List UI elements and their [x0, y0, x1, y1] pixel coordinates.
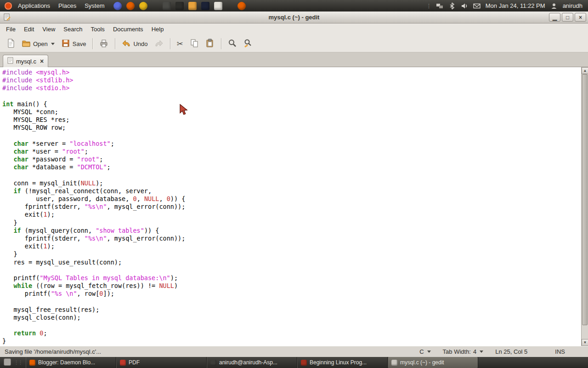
taskbar-item-label: Beginning Linux Prog... — [310, 359, 367, 366]
code-line: while ((row = mysql_fetch_row(res)) != N… — [2, 282, 581, 290]
new-document-button[interactable] — [3, 37, 18, 51]
search-icon — [228, 39, 237, 49]
search-replace-icon — [243, 39, 253, 49]
code-line — [2, 171, 581, 179]
close-button[interactable]: × — [575, 13, 586, 22]
panel-menu-places[interactable]: Places — [54, 0, 80, 12]
code-line — [2, 92, 581, 100]
code-line: mysql_close(conn); — [2, 314, 581, 322]
redo-icon — [154, 39, 164, 49]
code-line: fprintf(stderr, "%s\n", mysql_error(conn… — [2, 235, 581, 242]
screenshot-icon[interactable] — [201, 2, 209, 10]
ubuntu-logo-icon[interactable] — [5, 2, 12, 10]
window-list-grip[interactable]: ⋮⋮ — [14, 357, 22, 368]
home-folder-icon[interactable] — [188, 2, 197, 10]
code-line: printf("%s \n", row[0]); — [2, 290, 581, 298]
language-value: C — [419, 348, 424, 355]
text-editor-icon[interactable] — [214, 2, 222, 10]
menu-file[interactable]: File — [2, 23, 20, 35]
toolbar-separator — [115, 38, 115, 49]
language-combo[interactable]: C — [419, 348, 430, 355]
taskbar-item[interactable]: Blogger: Daemon Blo... — [26, 357, 116, 368]
vertical-scrollbar[interactable]: ▲ ▼ — [581, 67, 588, 346]
cursor-position: Ln 25, Col 5 — [495, 348, 527, 355]
code-line: printf("MySQL Tables in mysql database:\… — [2, 274, 581, 282]
taskbar-item[interactable]: Beginning Linux Prog... — [297, 357, 388, 368]
panel-menu-system[interactable]: System — [80, 0, 108, 12]
menu-edit[interactable]: Edit — [20, 23, 38, 35]
tab-close-icon[interactable]: × — [40, 58, 44, 65]
chevron-down-icon — [427, 351, 431, 353]
code-line — [2, 132, 581, 140]
open-button[interactable]: Open — [19, 37, 57, 51]
code-line: } — [2, 337, 581, 345]
redo-button[interactable] — [152, 37, 166, 51]
clock[interactable]: Mon Jan 24, 11:22 PM — [486, 2, 545, 9]
code-line: fprintf(stderr, "%s\n", mysql_error(conn… — [2, 203, 581, 211]
code-line: mysql_free_result(res); — [2, 306, 581, 314]
minimize-button[interactable]: ▁ — [549, 13, 560, 22]
titlebar[interactable]: mysql.c (~) - gedit ▁ □ × — [0, 12, 588, 23]
code-area[interactable]: #include <mysql.h>#include <stdlib.h>#in… — [0, 67, 581, 346]
menu-search[interactable]: Search — [59, 23, 86, 35]
menu-documents[interactable]: Documents — [109, 23, 147, 35]
code-line — [2, 298, 581, 305]
indicator-grip[interactable]: ⋮ — [426, 3, 431, 9]
paste-button[interactable] — [203, 37, 217, 51]
user-menu[interactable]: anirudh — [563, 2, 582, 9]
gimp-icon[interactable] — [113, 2, 122, 10]
replace-button[interactable] — [241, 37, 255, 51]
menu-view[interactable]: View — [38, 23, 59, 35]
menu-bar: FileEditViewSearchToolsDocumentsHelp — [0, 23, 588, 35]
open-label: Open — [33, 40, 48, 47]
terminal-launcher-icon[interactable] — [175, 2, 184, 10]
find-button[interactable] — [225, 37, 240, 51]
undo-label: Undo — [133, 40, 147, 47]
scrollbar-thumb[interactable] — [582, 74, 588, 325]
scroll-down-icon[interactable]: ▼ — [582, 339, 588, 346]
volume-icon[interactable] — [461, 2, 468, 10]
software-center-icon[interactable] — [139, 2, 147, 10]
cut-icon: ✂ — [177, 39, 183, 49]
taskbar-item-label: Blogger: Daemon Blo... — [38, 359, 95, 366]
code-line: conn = mysql_init(NULL); — [2, 179, 581, 187]
taskbar-item[interactable]: anirudh@anirudh-Asp... — [207, 357, 297, 368]
code-line: } — [2, 219, 581, 227]
tab-mysql-c[interactable]: mysql.c × — [3, 55, 48, 67]
code-line: char *server = "localhost"; — [2, 140, 581, 148]
panel-menu-applications[interactable]: Applications — [14, 0, 54, 12]
tab-width-combo[interactable]: Tab Width: 4 — [443, 348, 484, 355]
firefox-icon[interactable] — [126, 2, 135, 10]
display-icon[interactable] — [163, 2, 171, 10]
print-icon — [99, 39, 108, 49]
bluetooth-icon[interactable] — [448, 2, 456, 10]
status-bar: Saving file '/home/anirudh/mysql.c'... C… — [0, 346, 588, 357]
firefox-launcher-icon[interactable] — [237, 2, 246, 10]
undo-icon — [122, 39, 131, 49]
status-message: Saving file '/home/anirudh/mysql.c'... — [5, 348, 101, 355]
scroll-up-icon[interactable]: ▲ — [582, 67, 588, 74]
maximize-button[interactable]: □ — [562, 13, 573, 22]
book-task-icon — [301, 360, 307, 366]
code-line: #include <mysql.h> — [2, 69, 581, 76]
print-button[interactable] — [96, 37, 111, 51]
code-line: MYSQL *conn; — [2, 108, 581, 116]
code-line: return 0; — [2, 329, 581, 337]
taskbar-item-label: PDF — [129, 359, 140, 366]
menu-tools[interactable]: Tools — [87, 23, 109, 35]
taskbar: ⋮⋮ Blogger: Daemon Blo...PDFanirudh@anir… — [0, 357, 588, 368]
cut-button[interactable]: ✂ — [174, 38, 186, 50]
save-button[interactable]: Save — [58, 37, 89, 51]
taskbar-item[interactable]: mysql.c (~) - gedit — [388, 357, 478, 368]
menu-help[interactable]: Help — [147, 23, 168, 35]
mail-icon[interactable] — [473, 2, 481, 10]
code-line: char *password = "root"; — [2, 155, 581, 163]
show-desktop-icon[interactable] — [4, 358, 11, 366]
code-line — [2, 322, 581, 329]
undo-button[interactable]: Undo — [119, 37, 150, 51]
taskbar-item[interactable]: PDF — [116, 357, 207, 368]
code-line: exit(1); — [2, 211, 581, 218]
tab-bar: mysql.c × — [0, 52, 588, 67]
network-icon[interactable] — [436, 2, 443, 10]
copy-button[interactable] — [187, 37, 202, 51]
